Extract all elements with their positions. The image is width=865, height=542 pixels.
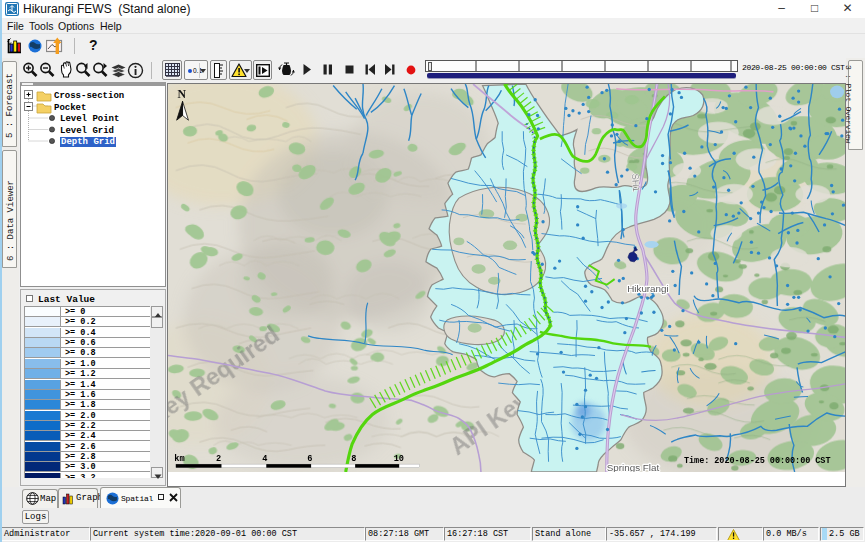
svg-text:2: 2: [216, 454, 221, 464]
svg-text:Hikurangi: Hikurangi: [627, 283, 668, 294]
svg-text:4: 4: [262, 454, 267, 464]
svg-text:SH1: SH1: [630, 173, 642, 192]
svg-text:6: 6: [307, 454, 312, 464]
svg-text:km: km: [174, 454, 184, 464]
svg-text:8: 8: [351, 454, 356, 464]
svg-text:N: N: [177, 87, 186, 101]
svg-text:10: 10: [394, 454, 404, 464]
svg-text:Springs Flat: Springs Flat: [607, 462, 660, 472]
